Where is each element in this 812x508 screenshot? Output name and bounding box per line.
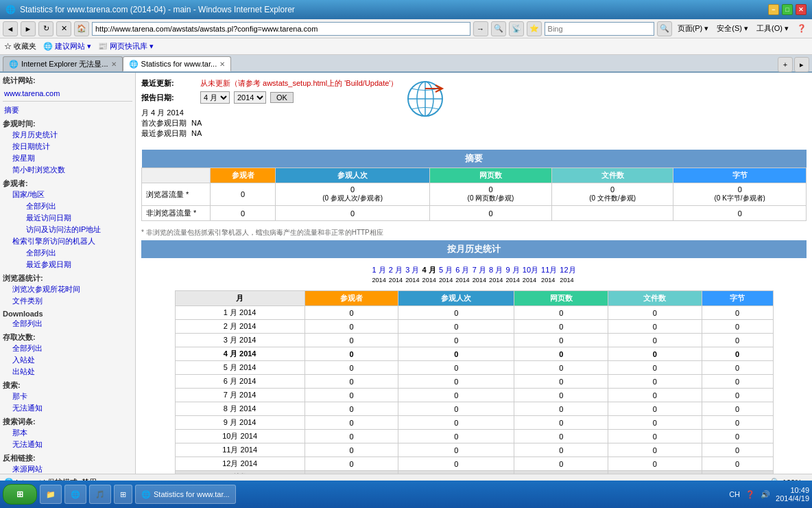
col-visitors: 参观者 [304, 291, 398, 306]
sidebar-robots-lastdate[interactable]: 最近参观日期 [25, 259, 132, 270]
windows-icon: ⊞ [120, 490, 126, 491]
browser-visits-sub: (0 参观人次/参观者) [278, 194, 427, 203]
month-9[interactable]: 9 月2014 [505, 265, 519, 284]
sidebar-source-sites[interactable]: 来源网站 [11, 463, 132, 474]
summary-col-visits: 参观人次 [276, 168, 430, 183]
month-8[interactable]: 8 月2014 [489, 265, 503, 284]
monthly-pages: 0 [514, 471, 608, 474]
sidebar-site-url: www.tarena.com [3, 89, 132, 98]
page-menu[interactable]: 页面(P) ▾ [675, 22, 712, 35]
suggest-sites[interactable]: 🌐 建议网站 ▾ [43, 41, 91, 51]
sidebar-naben[interactable]: 那本 [11, 427, 132, 439]
month-select[interactable]: 4 月 [200, 91, 230, 104]
sidebar-naka[interactable]: 那卡 [11, 391, 132, 402]
sidebar-hourly-link[interactable]: 简小时浏览次数 [11, 164, 132, 176]
month-1[interactable]: 1 月2014 [372, 265, 385, 284]
tab-scroll-right[interactable]: ▸ [794, 57, 809, 72]
month-10[interactable]: 10月2014 [523, 265, 538, 284]
forward-button[interactable]: ► [21, 21, 36, 36]
month-12[interactable]: 12月2014 [560, 265, 575, 284]
month-11[interactable]: 11月2014 [541, 265, 557, 284]
month-3[interactable]: 3 月2014 [405, 265, 419, 284]
report-date-row: 报告日期: 4 月 2014 OK [141, 91, 398, 104]
favorites-button[interactable]: ⭐ [527, 21, 542, 36]
page-title-area: 最近更新: 从未更新（请参考 awstats_setup.html上的 'Bui… [141, 78, 807, 144]
browser-pages-val: 0 [432, 185, 549, 194]
tools-menu[interactable]: 工具(O) ▾ [754, 22, 791, 35]
favorites-label[interactable]: ☆ 收藏夹 [4, 41, 36, 51]
sidebar-downloads-all[interactable]: 全部列出 [11, 318, 132, 330]
sidebar-daily-link[interactable]: 按日期统计 [11, 141, 132, 152]
search-input[interactable] [545, 22, 654, 36]
monthly-month: 3 月 2014 [175, 334, 304, 347]
report-info: 月 4 月 2014 首次参观日期 NA 最近参观日期 NA [141, 108, 398, 139]
monthly-visitors: 0 [304, 402, 398, 416]
table-row: 3 月 2014 0 0 0 0 0 [175, 334, 773, 347]
sidebar-exit-link[interactable]: 出站处 [11, 366, 132, 378]
year-select[interactable]: 2014 [234, 91, 266, 104]
report-date-text: 月 4 月 2014 [141, 108, 184, 117]
start-button[interactable]: ⊞ [3, 484, 37, 490]
tab-0[interactable]: 🌐 Internet Explorer 无法显... ✕ [3, 56, 123, 71]
address-input[interactable] [92, 22, 470, 36]
month-5[interactable]: 5 月2014 [439, 265, 453, 284]
close-button[interactable]: ✕ [796, 4, 807, 15]
sidebar-monthly-link[interactable]: 按月历史统计 [11, 129, 132, 141]
month-6[interactable]: 6 月2014 [455, 265, 469, 284]
sidebar-keywords-no-notify[interactable]: 无法通知 [11, 439, 132, 450]
tab-1[interactable]: 🌐 Statistics for www.tar... ✕ [123, 56, 232, 71]
minimize-button[interactable]: − [768, 4, 779, 15]
ok-button[interactable]: OK [270, 92, 294, 103]
sidebar-robots-link[interactable]: 检索引擎所访问的机器人 [11, 235, 132, 247]
month-4[interactable]: 4 月2014 [422, 265, 436, 284]
refresh-button[interactable]: ↻ [38, 21, 53, 36]
bing-icon: 🔍 [491, 21, 506, 36]
sidebar-visit-duration[interactable]: 浏览次参观所花时间 [11, 284, 132, 295]
monthly-visits: 0 [398, 375, 514, 389]
security-menu[interactable]: 安全(S) ▾ [714, 22, 751, 35]
sidebar-weekly-link[interactable]: 按星期 [11, 152, 132, 164]
sidebar-entry-link[interactable]: 入站处 [11, 354, 132, 366]
taskbar-ie[interactable]: 🌐 [64, 485, 86, 490]
go-button[interactable]: → [473, 21, 488, 36]
taskbar-ie-window[interactable]: 🌐 Statistics for www.tar... [135, 485, 236, 490]
browser-visits-val: 0 [278, 185, 427, 194]
taskbar-windows[interactable]: ⊞ [114, 485, 132, 490]
monthly-month: 10月 2014 [175, 430, 304, 443]
last-update-label: 最近更新: [141, 78, 196, 89]
new-tab-button[interactable]: + [778, 57, 793, 72]
sidebar-summary-link[interactable]: 摘要 [3, 104, 132, 116]
monthly-files: 0 [608, 306, 702, 320]
col-visits: 参观人次 [398, 291, 514, 306]
sidebar-last-visit[interactable]: 最近访问日期 [25, 212, 132, 224]
tab-close-0[interactable]: ✕ [111, 60, 117, 68]
sound-icon: 🔊 [761, 490, 770, 491]
home-button[interactable]: 🏠 [74, 21, 89, 36]
maximize-button[interactable]: □ [782, 4, 793, 15]
month-2[interactable]: 2 月2014 [389, 265, 403, 284]
monthly-visitors: 0 [304, 457, 398, 471]
rss-button[interactable]: 📡 [509, 21, 524, 36]
site-label-text: 统计网站: [3, 76, 36, 84]
sidebar-ip-link[interactable]: 访问及访问法的IP地址 [25, 224, 132, 235]
taskbar-media[interactable]: 🎵 [89, 485, 111, 490]
stop-button[interactable]: ✕ [56, 21, 71, 36]
month-7[interactable]: 7 月2014 [473, 265, 486, 284]
back-button[interactable]: ◄ [3, 21, 18, 36]
help-button[interactable]: ❓ [794, 23, 809, 34]
tab-close-1[interactable]: ✕ [219, 60, 225, 68]
monthly-visitors: 0 [304, 416, 398, 430]
monthly-visitors: 0 [304, 361, 398, 375]
taskbar-explorer[interactable]: 📁 [40, 485, 62, 490]
sidebar-no-notify[interactable]: 无法通知 [11, 402, 132, 414]
sidebar-access-all[interactable]: 全部列出 [11, 343, 132, 354]
search-go-button[interactable]: 🔍 [657, 21, 672, 36]
browser-bytes-val: 0 [676, 185, 804, 194]
sidebar-country-sub: 全部列出 最近访问日期 访问及访问法的IP地址 [11, 200, 132, 235]
sidebar-all-countries[interactable]: 全部列出 [25, 200, 132, 212]
site-url-link[interactable]: www.tarena.com [3, 89, 132, 98]
webclipper[interactable]: 📰 网页快讯库 ▾ [98, 41, 154, 51]
sidebar-file-types[interactable]: 文件类别 [11, 295, 132, 307]
sidebar-country-link[interactable]: 国家/地区 [11, 189, 132, 200]
sidebar-robots-all[interactable]: 全部列出 [25, 247, 132, 259]
